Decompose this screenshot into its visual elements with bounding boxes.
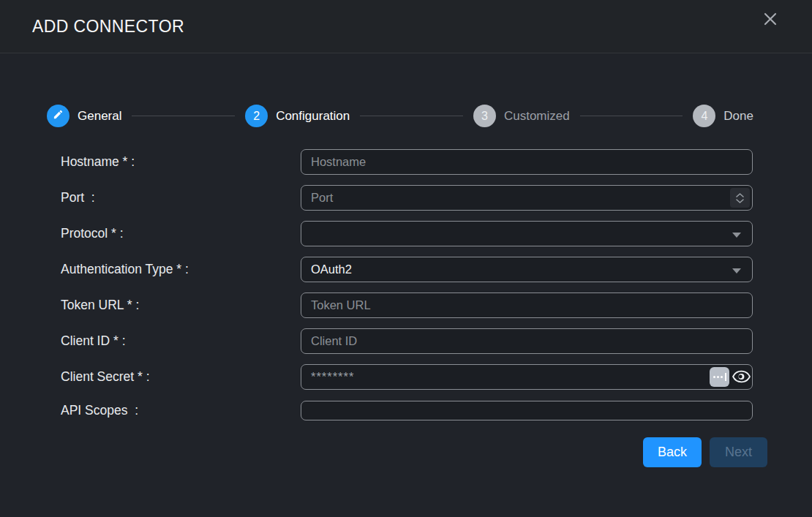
- client-secret-label: Client Secret * :: [61, 364, 150, 390]
- api-scopes-input[interactable]: [301, 401, 753, 420]
- client-id-label: Client ID * :: [61, 328, 126, 354]
- client-secret-input[interactable]: [301, 364, 753, 390]
- port-label: Port :: [61, 185, 95, 211]
- token-url-label: Token URL * :: [61, 293, 139, 318]
- add-connector-dialog: ADD CONNECTOR General 2 Configuration: [0, 0, 812, 517]
- api-scopes-label: API Scopes :: [61, 401, 138, 420]
- next-button[interactable]: Next: [710, 437, 767, 467]
- auth-type-select[interactable]: OAuth2: [301, 257, 753, 282]
- hostname-label: Hostname * :: [61, 149, 135, 175]
- number-stepper-icon[interactable]: [730, 188, 750, 208]
- chevron-down-icon: [732, 268, 741, 273]
- chevron-down-icon: [732, 233, 741, 238]
- protocol-select[interactable]: [301, 221, 753, 246]
- client-id-input[interactable]: [301, 328, 753, 354]
- hostname-input[interactable]: [301, 149, 753, 175]
- back-button[interactable]: Back: [643, 437, 702, 467]
- protocol-label: Protocol * :: [61, 221, 124, 246]
- credentials-icon[interactable]: [710, 367, 729, 387]
- token-url-input[interactable]: [301, 293, 753, 318]
- auth-type-select-value: OAuth2: [311, 263, 352, 276]
- port-input[interactable]: [301, 185, 753, 211]
- eye-icon[interactable]: [732, 370, 751, 386]
- auth-type-label: Authentication Type * :: [61, 257, 189, 282]
